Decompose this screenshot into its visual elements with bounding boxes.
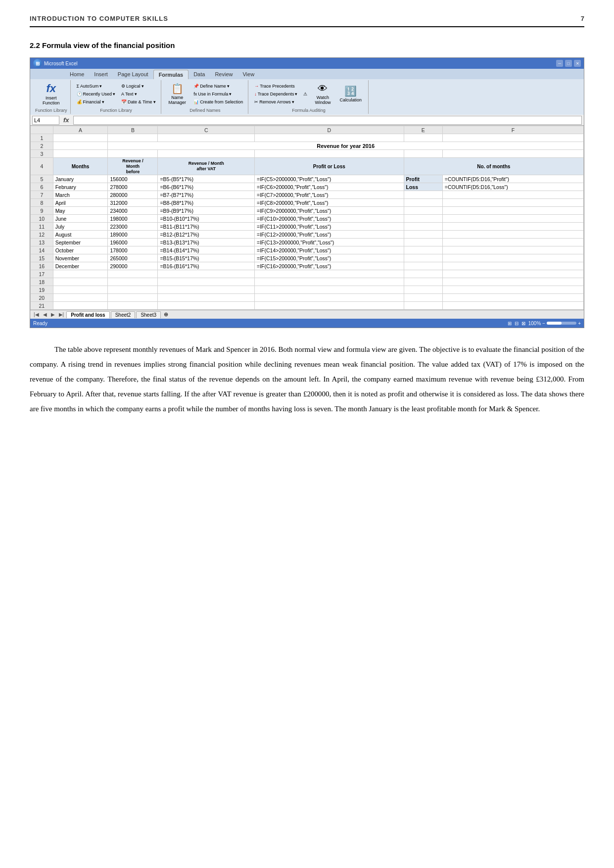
cell-formula-d16[interactable]: =IF(C16>200000,"Profit","Loss") <box>255 262 404 270</box>
remove-arrows-button[interactable]: ✂ Remove Arrows ▾ <box>252 98 299 105</box>
cell-f3[interactable] <box>442 150 583 158</box>
name-box[interactable] <box>32 116 59 125</box>
excel-orb[interactable]: ⊞ <box>33 59 42 68</box>
cell-formula-d13[interactable]: =IF(C13>2000000,"Profit","Loss") <box>255 239 404 246</box>
cell-e9[interactable] <box>404 207 442 215</box>
col-header-d[interactable]: D <box>255 126 404 134</box>
cell-e11[interactable] <box>404 223 442 231</box>
cell-e1[interactable] <box>404 134 442 142</box>
define-name-button[interactable]: 📌 Define Name ▾ <box>191 83 245 90</box>
cell-d3[interactable] <box>255 150 404 158</box>
cell-revenue-16[interactable]: 290000 <box>108 262 158 270</box>
trace-dependents-button[interactable]: ↓ Trace Dependents ▾ <box>252 91 299 97</box>
cell-formula-d11[interactable]: =IF(C11>200000,"Profit","Loss") <box>255 223 404 231</box>
cell-formula-c12[interactable]: =B12-(B12*17%) <box>158 231 255 239</box>
cell-e7[interactable] <box>404 191 442 199</box>
use-in-formula-button[interactable]: fx Use in Formula ▾ <box>191 91 245 97</box>
cell-month-9[interactable]: May <box>53 207 108 215</box>
cell-revenue-6[interactable]: 278000 <box>108 183 158 191</box>
tab-home[interactable]: Home <box>65 70 89 79</box>
cell-formula-c6[interactable]: =B6-(B6*17%) <box>158 183 255 191</box>
cell-a2[interactable] <box>53 142 108 150</box>
cell-month-16[interactable]: December <box>53 262 108 270</box>
cell-formula-d12[interactable]: =IF(C12>200000,"Profit","Loss") <box>255 231 404 239</box>
cell-b1[interactable] <box>108 134 158 142</box>
cell-formula-f6[interactable]: =COUNTIF(D5:D16,"Loss") <box>442 183 583 191</box>
close-button[interactable]: ✕ <box>574 60 581 67</box>
cell-month-11[interactable]: July <box>53 223 108 231</box>
cell-c1[interactable] <box>158 134 255 142</box>
cell-formula-c7[interactable]: =B7-(B7*17%) <box>158 191 255 199</box>
cell-revenue-15[interactable]: 265000 <box>108 254 158 262</box>
cell-b3[interactable] <box>108 150 158 158</box>
cell-formula-c14[interactable]: =B14-(B14*17%) <box>158 246 255 254</box>
tab-page-layout[interactable]: Page Layout <box>113 70 153 79</box>
sheet-tab-profit[interactable]: Profit and loss <box>66 311 109 318</box>
cell-formula-c15[interactable]: =B15-(B15*17%) <box>158 254 255 262</box>
autosum-button[interactable]: Σ AutoSum ▾ <box>75 83 118 90</box>
view-normal-icon[interactable]: ⊞ <box>508 321 512 326</box>
cell-f11[interactable] <box>442 223 583 231</box>
col-header-f[interactable]: F <box>442 126 583 134</box>
cell-e15[interactable] <box>404 254 442 262</box>
cell-formula-d5[interactable]: =IF(C5>2000000,"Profit","Loss") <box>255 175 404 183</box>
cell-formula-d10[interactable]: =IF(C10>200000,"Profit","Loss") <box>255 215 404 223</box>
cell-month-13[interactable]: September <box>53 239 108 246</box>
cell-formula-c8[interactable]: =B8-(B8*17%) <box>158 199 255 207</box>
date-time-button[interactable]: 📅 Date & Time ▾ <box>119 98 158 105</box>
name-manager-button[interactable]: 📋 Name Manager <box>165 81 190 107</box>
insert-function-button[interactable]: fx Insert Function <box>39 81 63 107</box>
cell-e14[interactable] <box>404 246 442 254</box>
cell-formula-d15[interactable]: =IF(C15>200000,"Profit","Loss") <box>255 254 404 262</box>
cell-a1[interactable] <box>53 134 108 142</box>
cell-month-8[interactable]: April <box>53 199 108 207</box>
cell-month-12[interactable]: August <box>53 231 108 239</box>
cell-revenue-10[interactable]: 198000 <box>108 215 158 223</box>
cell-formula-c9[interactable]: =B9-(B9*17%) <box>158 207 255 215</box>
cell-month-7[interactable]: March <box>53 191 108 199</box>
cell-c3[interactable] <box>158 150 255 158</box>
cell-f9[interactable] <box>442 207 583 215</box>
cell-month-5[interactable]: January <box>53 175 108 183</box>
cell-f10[interactable] <box>442 215 583 223</box>
cell-formula-d6[interactable]: =IF(C6>200000,"Profit","Loss") <box>255 183 404 191</box>
cell-e10[interactable] <box>404 215 442 223</box>
formula-bar-input[interactable] <box>73 116 582 125</box>
cell-formula-d8[interactable]: =IF(C8>200000,"Profit","Loss") <box>255 199 404 207</box>
col-header-b[interactable]: B <box>108 126 158 134</box>
text-button[interactable]: A Text ▾ <box>119 91 158 97</box>
cell-e12[interactable] <box>404 231 442 239</box>
create-from-selection-button[interactable]: 📊 Create from Selection <box>191 98 245 105</box>
cell-month-10[interactable]: June <box>53 215 108 223</box>
sheet-tab-3[interactable]: Sheet3 <box>136 311 161 318</box>
tab-insert[interactable]: Insert <box>89 70 113 79</box>
cell-month-15[interactable]: November <box>53 254 108 262</box>
cell-formula-c13[interactable]: =B13-(B13*17%) <box>158 239 255 246</box>
logical-button[interactable]: ⚙ Logical ▾ <box>119 83 158 90</box>
cell-e13[interactable] <box>404 239 442 246</box>
col-header-c[interactable]: C <box>158 126 255 134</box>
sheet-nav-last[interactable]: ▶| <box>57 312 66 317</box>
cell-formula-c16[interactable]: =B16-(B16*17%) <box>158 262 255 270</box>
recently-used-button[interactable]: 🕐 Recently Used ▾ <box>75 91 118 97</box>
cell-d1[interactable] <box>255 134 404 142</box>
cell-formula-c11[interactable]: =B11-(B11*17%) <box>158 223 255 231</box>
sheet-nav-prev[interactable]: ◀ <box>42 312 48 317</box>
error-checking-button[interactable]: ⚠ <box>301 91 309 97</box>
calculation-button[interactable]: 🔢 Calculation <box>336 81 365 107</box>
cell-f8[interactable] <box>442 199 583 207</box>
cell-a3[interactable] <box>53 150 108 158</box>
cell-revenue-5[interactable]: 156000 <box>108 175 158 183</box>
sheet-nav-first[interactable]: |◀ <box>32 312 41 317</box>
tab-review[interactable]: Review <box>210 70 237 79</box>
cell-f16[interactable] <box>442 262 583 270</box>
cell-formula-f5[interactable]: =COUNTIF(D5:D16,"Profit") <box>442 175 583 183</box>
view-page-layout-icon[interactable]: ⊟ <box>515 321 519 326</box>
minimize-button[interactable]: ─ <box>556 60 563 67</box>
zoom-in-icon[interactable]: + <box>578 321 581 326</box>
cell-formula-d7[interactable]: =IF(C7>200000,"Profit","Loss") <box>255 191 404 199</box>
restore-button[interactable]: □ <box>565 60 572 67</box>
cell-revenue-9[interactable]: 234000 <box>108 207 158 215</box>
col-header-e[interactable]: E <box>404 126 442 134</box>
cell-f7[interactable] <box>442 191 583 199</box>
